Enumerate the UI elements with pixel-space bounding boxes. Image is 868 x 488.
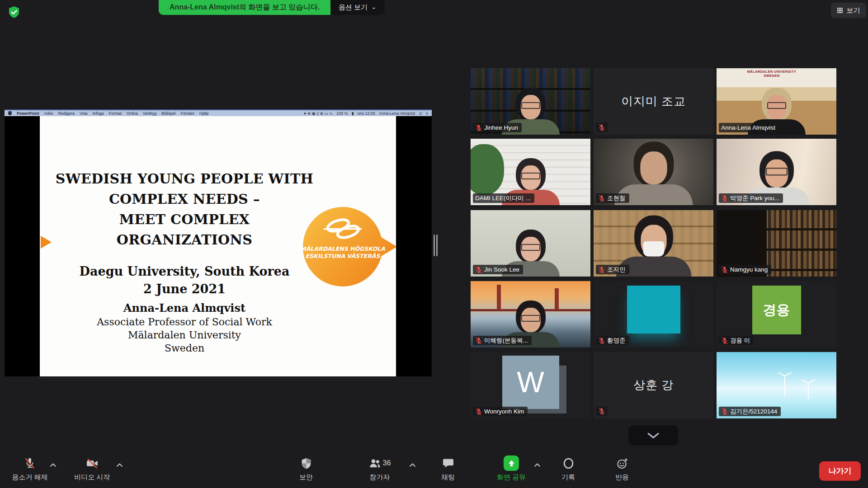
participant-tile-park-youngjun[interactable]: 박영준 Park you... bbox=[717, 139, 836, 205]
participant-tile-kyungyong-lee[interactable]: 경용 경용 이 bbox=[717, 281, 836, 347]
menu-item: Fönster bbox=[181, 111, 195, 116]
security-label: 보안 bbox=[299, 473, 313, 482]
chevron-down-icon: ⌄ bbox=[371, 3, 377, 10]
participant-tile-lee-jimi[interactable]: 이지미 조교 bbox=[594, 68, 713, 135]
menu-item: Visa bbox=[80, 111, 87, 116]
chat-bubble-icon bbox=[442, 457, 454, 469]
mute-button[interactable]: 음소거 해제 bbox=[12, 455, 47, 482]
participant-name: Jin Sook Lee bbox=[484, 266, 519, 273]
gallery-view-button[interactable]: 보기 bbox=[831, 3, 866, 18]
gallery-scroll-down-button[interactable] bbox=[628, 425, 678, 446]
muted-mic-icon bbox=[721, 195, 728, 202]
participant-tile-namgyu-kang[interactable]: Namgyu kang bbox=[717, 210, 836, 277]
avatar-initial: W bbox=[502, 356, 559, 409]
video-overlay-sign: MÄLARDALEN UNIVERSITY SWEDEN bbox=[747, 70, 796, 78]
menubar-battery: 100 % bbox=[336, 111, 348, 116]
chevron-up-icon bbox=[116, 463, 123, 467]
muted-mic-icon bbox=[598, 266, 605, 273]
muted-mic-icon bbox=[598, 195, 605, 202]
muted-mic-icon bbox=[598, 408, 605, 415]
participant-tile-dami-lee[interactable]: DAMI LEE(이다미 ... bbox=[471, 139, 590, 205]
slide-arrow-decoration bbox=[41, 236, 52, 249]
slide-title-line: SWEDISH YOUNG PEOPLE WITH bbox=[53, 169, 316, 189]
participant-tile-jin-sook-lee[interactable]: Jin Sook Lee bbox=[471, 210, 590, 277]
glasses bbox=[521, 244, 540, 251]
overlay-line: MÄLARDALEN UNIVERSITY bbox=[747, 70, 796, 74]
participant-tile-jinhee-hyun[interactable]: Jinhee Hyun bbox=[471, 68, 590, 135]
share-screen-button[interactable]: 화면 공유 bbox=[497, 455, 526, 482]
participant-tile-cho-jimin[interactable]: 조지민 bbox=[594, 210, 713, 277]
participant-name: 박영준 Park you... bbox=[730, 194, 779, 202]
slide-event-info: Daegu University, South Korea 2 June 202… bbox=[53, 263, 316, 298]
participant-nametag bbox=[596, 122, 608, 132]
participant-tile-cho-hyuncheol[interactable]: 조현철 bbox=[594, 139, 713, 205]
participant-name: 황영준 bbox=[607, 337, 626, 344]
participant-display-name: 상훈 강 bbox=[594, 352, 713, 418]
security-button[interactable]: 보안 bbox=[299, 455, 313, 482]
face-mask bbox=[643, 241, 664, 257]
participant-nametag: Jin Sook Lee bbox=[473, 265, 523, 274]
participant-name: 김기은/52120144 bbox=[730, 408, 777, 415]
glasses bbox=[767, 102, 786, 109]
glasses bbox=[765, 168, 787, 175]
participants-button[interactable]: 36 참가자 bbox=[369, 455, 391, 482]
view-options-button[interactable]: 옵션 보기 ⌄ bbox=[330, 0, 385, 15]
participant-tile-hwang-youngjun[interactable]: 황영준 bbox=[594, 281, 713, 347]
mac-menubar: PowerPoint Arkiv Redigera Visa Infoga Fo… bbox=[5, 109, 432, 116]
chat-button[interactable]: 채팅 bbox=[441, 455, 455, 482]
glasses bbox=[521, 102, 540, 109]
view-options-label: 옵션 보기 bbox=[339, 3, 368, 12]
reactions-label: 반응 bbox=[615, 473, 629, 482]
shared-screen-view: PowerPoint Arkiv Redigera Visa Infoga Fo… bbox=[5, 109, 432, 376]
participant-nametag: Anna-Lena Almqvist bbox=[719, 123, 779, 132]
start-video-button[interactable]: 비디오 시작 bbox=[74, 455, 110, 482]
audio-options-caret[interactable] bbox=[50, 461, 57, 465]
participants-count: 36 bbox=[383, 459, 391, 467]
participant-nametag: 조현철 bbox=[596, 193, 629, 203]
share-label: 화면 공유 bbox=[497, 473, 526, 482]
participant-tile-wonryonh-kim[interactable]: W Wonryonh Kim bbox=[471, 352, 590, 418]
slide-event-line: Daegu University, South Korea bbox=[53, 263, 316, 280]
record-circle-icon bbox=[562, 457, 575, 469]
reactions-button[interactable]: 반응 bbox=[615, 455, 629, 482]
muted-mic-icon bbox=[721, 266, 728, 273]
panel-resize-handle[interactable] bbox=[433, 235, 439, 256]
muted-mic-icon bbox=[475, 337, 482, 344]
slide-title-line: COMPLEX NEEDS – bbox=[53, 189, 316, 209]
muted-mic-icon bbox=[475, 408, 482, 415]
participant-tile-anna-lena-almqvist[interactable]: MÄLARDALEN UNIVERSITY SWEDEN Anna-Lena A… bbox=[717, 68, 836, 135]
participants-options-caret[interactable] bbox=[409, 461, 416, 465]
slide-author-title: Associate Professor of Social Work bbox=[53, 315, 316, 328]
glasses bbox=[521, 173, 540, 179]
chevron-down-icon bbox=[646, 432, 660, 439]
participant-tile-kim-gieun[interactable]: 김기은/52120144 bbox=[717, 352, 836, 418]
chevron-up-icon bbox=[534, 463, 541, 467]
share-options-caret[interactable] bbox=[534, 461, 541, 465]
chat-label: 채팅 bbox=[441, 473, 455, 482]
view-button-label: 보기 bbox=[847, 6, 860, 15]
slide-author-affiliation: Mälardalen University bbox=[53, 328, 316, 342]
leave-button[interactable]: 나가기 bbox=[819, 461, 861, 481]
muted-mic-icon bbox=[475, 266, 482, 273]
record-button[interactable]: 기록 bbox=[561, 455, 575, 482]
slide-author-name: Anna-Lena Almqvist bbox=[53, 300, 316, 315]
mute-label: 음소거 해제 bbox=[12, 473, 47, 482]
participant-tile-sanghun-kang[interactable]: 상훈 강 bbox=[594, 352, 713, 418]
participant-nametag: 이혜령(본동복... bbox=[473, 336, 532, 345]
screen-share-banner: Anna-Lena Almqvist의 화면을 보고 있습니다. 옵션 보기 ⌄ bbox=[159, 0, 385, 15]
participant-tile-lee-hyeryung[interactable]: 이혜령(본동복... bbox=[471, 281, 590, 347]
muted-mic-icon bbox=[721, 337, 728, 344]
up-arrow-icon bbox=[507, 459, 515, 468]
menu-list-icon: ≡ bbox=[426, 111, 428, 116]
muted-mic-icon bbox=[721, 408, 728, 415]
video-options-caret[interactable] bbox=[116, 461, 123, 465]
participant-name: DAMI LEE(이다미 ... bbox=[475, 194, 531, 202]
person-face bbox=[640, 151, 667, 184]
apple-icon bbox=[8, 111, 12, 115]
participant-name: Anna-Lena Almqvist bbox=[721, 124, 775, 131]
video-label: 비디오 시작 bbox=[74, 473, 110, 482]
muted-mic-icon bbox=[598, 337, 605, 344]
university-logo: MÄLARDALENS HÖGSKOLA ESKILSTUNA VÄSTERÅS bbox=[303, 204, 396, 291]
battery-icon: ▮ bbox=[352, 111, 354, 116]
participant-nametag: Jinhee Hyun bbox=[473, 123, 522, 132]
